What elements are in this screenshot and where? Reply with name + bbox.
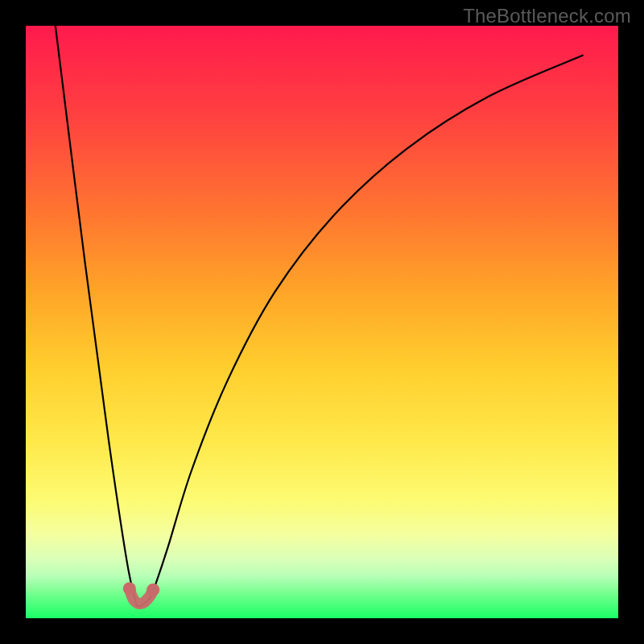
chart-frame: TheBottleneck.com [0, 0, 644, 644]
bottleneck-curve-path [56, 26, 583, 606]
minimum-band-endpoint [147, 584, 159, 597]
curve-layer [26, 26, 618, 618]
minimum-band-endpoint [123, 582, 136, 595]
plot-area [26, 26, 618, 618]
minimum-marker-band [123, 582, 159, 604]
watermark-text: TheBottleneck.com [463, 5, 631, 27]
